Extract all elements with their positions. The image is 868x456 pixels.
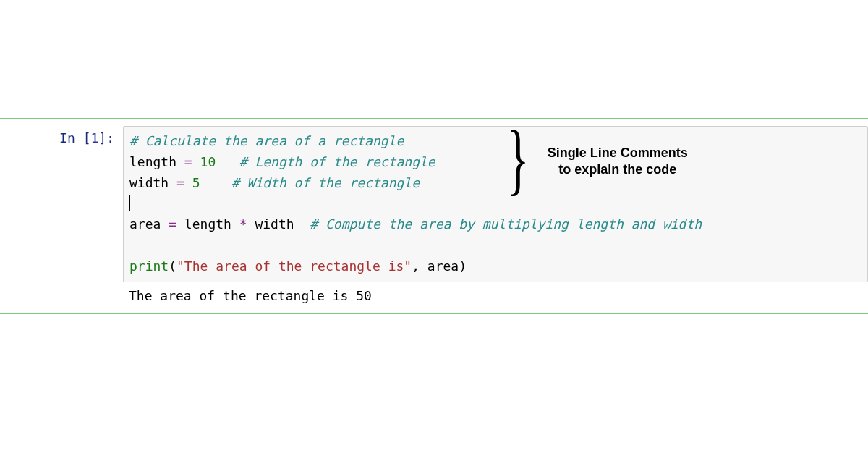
code-op: * bbox=[239, 216, 247, 232]
notebook-cell: In [1]: # Calculate the area of a rectan… bbox=[0, 118, 868, 314]
code-var: area bbox=[129, 216, 169, 232]
prompt-bracket-open: [ bbox=[83, 130, 91, 145]
prompt-in-word: In bbox=[59, 130, 83, 145]
prompt-bracket-close: ]: bbox=[98, 130, 114, 145]
code-string: "The area of the rectangle is" bbox=[176, 258, 412, 274]
code-var: length bbox=[129, 154, 184, 169]
output-spacer bbox=[51, 285, 123, 306]
code-var: width bbox=[129, 175, 176, 190]
code-input[interactable]: # Calculate the area of a rectangle leng… bbox=[123, 126, 868, 282]
code-op: = bbox=[169, 216, 176, 232]
code-comment: # Width of the rectangle bbox=[231, 175, 420, 190]
input-prompt: In [1]: bbox=[51, 126, 123, 145]
output-row: The area of the rectangle is 50 bbox=[0, 285, 868, 306]
code-comment: # Compute the area by multiplying length… bbox=[310, 216, 702, 232]
code-comment: # Length of the rectangle bbox=[239, 154, 435, 169]
prompt-number: 1 bbox=[90, 130, 98, 145]
code-comment: # Calculate the area of a rectangle bbox=[129, 133, 404, 148]
code-number: 5 bbox=[192, 175, 200, 190]
cell-row: In [1]: # Calculate the area of a rectan… bbox=[0, 126, 868, 282]
code-op: = bbox=[184, 154, 192, 169]
cell-output: The area of the rectangle is 50 bbox=[123, 285, 868, 306]
text-cursor bbox=[129, 195, 130, 211]
code-number: 10 bbox=[200, 154, 216, 169]
code-op: = bbox=[176, 175, 184, 190]
code-builtin: print bbox=[129, 258, 169, 274]
